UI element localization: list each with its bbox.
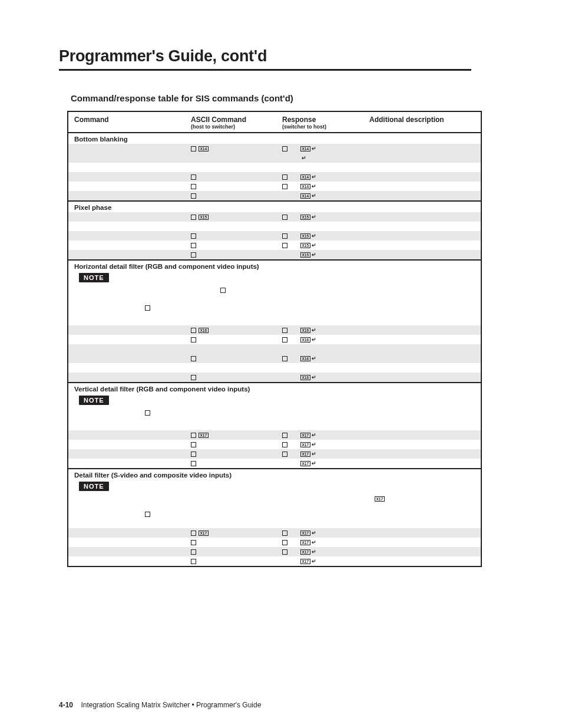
var-box: X16 xyxy=(300,328,310,333)
var-box: X17 xyxy=(199,531,209,536)
var-box: X15 xyxy=(300,243,310,248)
box-icon xyxy=(191,461,196,466)
box-icon xyxy=(282,233,287,239)
box-icon xyxy=(191,215,196,220)
var-box: X17 xyxy=(300,549,310,555)
var-box: X17 xyxy=(375,496,385,502)
box-icon xyxy=(191,531,196,536)
table-row xyxy=(68,222,481,231)
table-row: X16 xyxy=(68,373,481,382)
box-icon xyxy=(191,442,196,447)
table-row: X16 xyxy=(68,354,481,363)
return-icon xyxy=(312,374,316,380)
box-icon xyxy=(191,328,196,333)
var-box: X14 xyxy=(300,146,310,151)
return-icon xyxy=(312,539,316,545)
var-box: X14 xyxy=(300,174,310,180)
box-icon xyxy=(145,512,150,517)
return-icon xyxy=(312,442,316,447)
box-icon xyxy=(282,215,287,220)
box-icon xyxy=(145,305,150,311)
page-footer: 4-10 Integration Scaling Matrix Switcher… xyxy=(59,701,261,709)
table-row: X14 xyxy=(68,172,481,182)
box-icon xyxy=(191,549,196,555)
var-box: X16 xyxy=(300,337,310,342)
table-row: X17X17 xyxy=(68,528,481,538)
table-row: X17X17 xyxy=(68,430,481,440)
table-row: X15 xyxy=(68,250,481,259)
var-box: X16 xyxy=(300,375,310,380)
table-row: X17 xyxy=(68,459,481,468)
table-row xyxy=(68,363,481,373)
th-response-sub: (switcher to host) xyxy=(282,124,369,130)
box-icon xyxy=(191,540,196,545)
var-box: X17 xyxy=(300,442,310,447)
var-box: X17 xyxy=(300,540,310,545)
box-icon xyxy=(191,193,196,199)
section-title: Pixel phase xyxy=(68,202,481,212)
var-box: X17 xyxy=(199,433,209,438)
table-row xyxy=(68,153,481,163)
var-box: X14 xyxy=(300,193,310,199)
box-icon xyxy=(145,410,150,416)
table-row: X16X16 xyxy=(68,325,481,335)
section-heading: Command/response table for SIS commands … xyxy=(71,93,293,103)
box-icon xyxy=(282,184,287,189)
box-icon xyxy=(191,337,196,342)
section-title: Bottom blanking xyxy=(68,133,481,144)
table-row: X14X14 xyxy=(68,144,481,153)
box-icon xyxy=(191,243,196,248)
box-icon xyxy=(191,184,196,189)
th-additional: Additional description xyxy=(369,116,444,124)
box-icon xyxy=(282,531,287,536)
box-icon xyxy=(282,540,287,545)
box-icon xyxy=(191,356,196,361)
box-icon xyxy=(282,243,287,248)
box-icon xyxy=(191,174,196,180)
return-icon xyxy=(312,233,316,239)
var-box: X14 xyxy=(300,184,310,189)
return-icon xyxy=(312,460,316,466)
var-box: X15 xyxy=(300,233,310,239)
note-badge: NOTE xyxy=(79,273,109,282)
var-box: X17 xyxy=(300,461,310,466)
th-command: Command xyxy=(74,116,109,124)
return-icon xyxy=(312,558,316,564)
return-icon xyxy=(302,155,306,161)
table-row: X17 xyxy=(68,440,481,449)
var-box: X17 xyxy=(300,531,310,536)
table-row: X16 xyxy=(68,335,481,344)
var-box: X15 xyxy=(199,215,209,220)
return-icon xyxy=(312,530,316,536)
table-row: X17 xyxy=(68,449,481,459)
box-icon xyxy=(282,337,287,342)
return-icon xyxy=(312,252,316,258)
return-icon xyxy=(312,451,316,457)
th-response: Response xyxy=(282,116,369,124)
table-row: X15X15 xyxy=(68,212,481,222)
box-icon xyxy=(220,288,226,293)
table-header: Command ASCII Command (host to switcher)… xyxy=(68,112,481,133)
table-row: X17 xyxy=(68,547,481,556)
box-icon xyxy=(191,559,196,564)
var-box: X15 xyxy=(300,215,310,220)
return-icon xyxy=(312,432,316,438)
box-icon xyxy=(282,549,287,555)
box-icon xyxy=(282,328,287,333)
return-icon xyxy=(312,146,316,151)
table-row: X17 xyxy=(68,538,481,547)
note-badge: NOTE xyxy=(79,482,109,491)
return-icon xyxy=(312,355,316,361)
var-box: X16 xyxy=(199,328,209,333)
var-box: X14 xyxy=(199,146,209,151)
return-icon xyxy=(312,193,316,199)
table-row: X15 xyxy=(68,241,481,250)
section-title: Detail filter (S-video and composite vid… xyxy=(68,469,481,480)
var-box: X16 xyxy=(300,356,310,361)
return-icon xyxy=(312,337,316,342)
note-badge: NOTE xyxy=(79,396,109,405)
table-row: X14 xyxy=(68,191,481,200)
box-icon xyxy=(282,146,287,151)
box-icon xyxy=(191,146,196,151)
box-icon xyxy=(282,442,287,447)
